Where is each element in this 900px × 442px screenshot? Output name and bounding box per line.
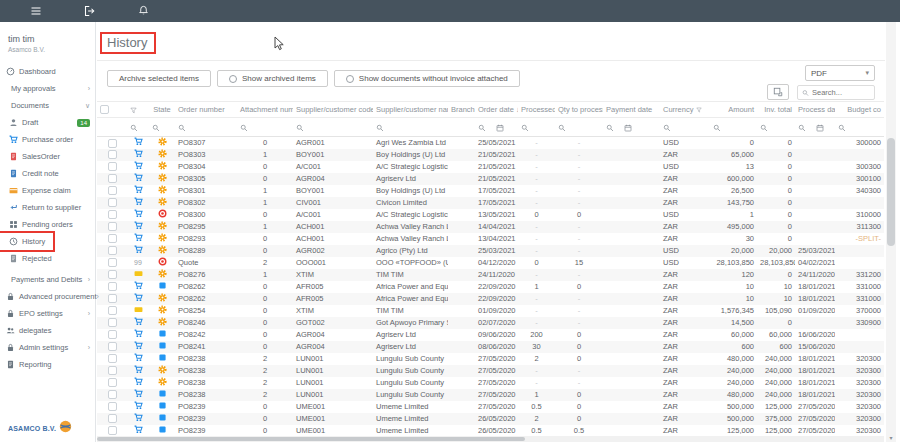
column-header-inv_total[interactable]: Inv. total (757, 102, 795, 118)
table-row[interactable]: PO82951ACH001Achwa Valley Ranch Ltd14/04… (97, 221, 884, 233)
column-search-icon[interactable] (663, 124, 671, 132)
calendar-icon[interactable] (496, 124, 504, 132)
row-checkbox[interactable] (108, 150, 117, 159)
row-checkbox[interactable] (108, 210, 117, 219)
sidebar-item-pending-orders[interactable]: Pending orders (0, 216, 95, 233)
row-checkbox[interactable] (108, 390, 117, 399)
table-row[interactable]: PO83000A/C001A/C Strategic Logistics Ltd… (97, 209, 884, 221)
horizontal-scrollbar[interactable] (97, 436, 884, 442)
sidebar-item-epo-settings[interactable]: EPO settings› (0, 305, 95, 322)
sidebar-item-admin-settings[interactable]: Admin settings› (0, 339, 95, 356)
table-row[interactable]: PO82410AGR004Agriserv Ltd08/06/2020300ZA… (97, 341, 884, 353)
column-header-order_date[interactable]: Order date ↓ (475, 102, 518, 118)
select-all-checkbox[interactable] (100, 105, 109, 114)
table-row[interactable]: PO83011BOY001Boy Holdings (U) Ltd17/05/2… (97, 185, 884, 197)
table-row[interactable]: PO83070AGR001Agri Wes Zambia Ltd (USD)25… (97, 137, 884, 149)
column-header-process_date[interactable]: Process date (795, 102, 835, 118)
table-row[interactable]: PO83031BOY001Boy Holdings (U) Ltd21/05/2… (97, 149, 884, 161)
column-header-payment_date[interactable]: Payment date (603, 102, 660, 118)
calendar-icon[interactable] (624, 124, 632, 132)
vertical-scrollbar-thumb[interactable] (887, 138, 895, 246)
row-checkbox[interactable] (108, 414, 117, 423)
filter-funnel-icon[interactable] (696, 107, 702, 113)
sidebar-item-rejected[interactable]: Rejected (0, 250, 95, 267)
row-checkbox[interactable] (108, 162, 117, 171)
logout-icon[interactable] (84, 5, 96, 17)
table-row[interactable]: PO82620AFR005Africa Power and Equipment.… (97, 293, 884, 305)
row-checkbox[interactable] (108, 186, 117, 195)
table-row[interactable]: PO83040A/C001A/C Strategic Logistics Ltd… (97, 161, 884, 173)
sidebar-item-return-to-supplier[interactable]: Return to supplier (0, 199, 95, 216)
column-search-icon[interactable] (713, 124, 721, 132)
archive-selected-button[interactable]: Archive selected items (107, 70, 211, 87)
sidebar-item-history[interactable]: History (0, 233, 53, 250)
column-header-amount[interactable]: Amount (710, 102, 757, 118)
row-checkbox[interactable] (108, 234, 117, 243)
table-row[interactable]: PO82390UME001Umeme Limited26/05/20200.50… (97, 425, 884, 437)
row-checkbox[interactable] (108, 198, 117, 207)
row-checkbox[interactable] (108, 258, 117, 267)
export-format-select[interactable]: PDF ▾ (805, 65, 875, 81)
column-search-icon[interactable] (798, 124, 806, 132)
row-checkbox[interactable] (108, 282, 117, 291)
column-header-supplier_name[interactable]: Supplier/customer name (373, 102, 448, 118)
column-search-icon[interactable] (760, 124, 768, 132)
column-header-attachment_numbers[interactable]: Attachment numbers (237, 102, 293, 118)
column-search-icon[interactable] (178, 124, 186, 132)
table-row[interactable]: PO83050AGR004Agriserv Ltd21/05/2021--ZAR… (97, 173, 884, 185)
row-checkbox[interactable] (108, 342, 117, 351)
column-search-icon[interactable] (606, 124, 614, 132)
column-search-icon[interactable] (240, 124, 248, 132)
column-header-order_number[interactable]: Order number (175, 102, 237, 118)
scroll-down-arrow[interactable]: ▾ (887, 434, 895, 441)
column-search-icon[interactable] (838, 124, 846, 132)
sidebar-item-credit-note[interactable]: Credit note (0, 165, 95, 182)
sidebar-item-draft[interactable]: Draft14 (0, 114, 95, 131)
table-row[interactable]: PO82890AGR002Agrico (Pty) Ltd25/03/2021-… (97, 245, 884, 257)
column-header-currency[interactable]: Currency (660, 102, 710, 118)
search-input[interactable] (812, 88, 870, 97)
table-row[interactable]: PO82620AFR005Africa Power and Equipment.… (97, 281, 884, 293)
table-row[interactable]: PO82390UME001Umeme Limited26/05/202020ZA… (97, 413, 884, 425)
column-search-icon[interactable] (296, 124, 304, 132)
row-checkbox[interactable] (108, 222, 117, 231)
bell-icon[interactable] (138, 5, 150, 17)
row-checkbox[interactable] (108, 139, 117, 148)
sidebar-item-purchase-order[interactable]: Purchase order (0, 131, 95, 148)
vertical-scrollbar[interactable]: ▾ (886, 22, 896, 442)
column-header-state[interactable]: State (149, 102, 175, 118)
table-row[interactable]: PO82382LUN001Lungulu Sub County27/05/202… (97, 377, 884, 389)
table-row[interactable]: PO82930ACH001Achwa Valley Ranch Ltd13/04… (97, 233, 884, 245)
table-row[interactable]: PO82382LUN001Lungulu Sub County27/05/202… (97, 365, 884, 377)
column-header-budget[interactable]: Budget co (835, 102, 884, 118)
column-search-icon[interactable] (478, 124, 486, 132)
show-archived-toggle[interactable]: Show archived items (217, 70, 328, 87)
sidebar-item-dashboard[interactable]: Dashboard (0, 63, 95, 80)
sidebar-item-advanced-procurement[interactable]: Advanced procurement› (0, 288, 95, 305)
sidebar-item-reporting[interactable]: Reporting (0, 356, 95, 373)
table-row[interactable]: PO82390UME001Umeme Limited27/05/20200.50… (97, 401, 884, 413)
table-row[interactable]: PO82761XTIMTIM TIM24/11/2020--ZAR120024/… (97, 269, 884, 281)
row-checkbox[interactable] (108, 354, 117, 363)
table-row[interactable]: PO82420AGR004Agriserv Ltd09/06/20202000Z… (97, 329, 884, 341)
column-search-icon[interactable] (558, 124, 566, 132)
table-row[interactable]: 99Quote2OOO001OOO «TOPFOOD» (USD)04/12/2… (97, 257, 884, 269)
column-search-icon[interactable] (130, 124, 138, 132)
column-search-icon[interactable] (376, 124, 384, 132)
table-row[interactable]: PO82460GOT002Got Apwoyo Primary School02… (97, 317, 884, 329)
sidebar-item-documents[interactable]: Documents∨ (0, 97, 95, 114)
show-without-invoice-toggle[interactable]: Show documents without invoice attached (334, 70, 520, 87)
row-checkbox[interactable] (108, 174, 117, 183)
column-header-type[interactable] (127, 102, 149, 118)
row-checkbox[interactable] (108, 330, 117, 339)
sidebar-item-salesorder[interactable]: SalesOrder (0, 148, 95, 165)
column-search-icon[interactable] (152, 124, 160, 132)
horizontal-scrollbar-thumb[interactable] (97, 437, 525, 441)
row-checkbox[interactable] (108, 402, 117, 411)
sidebar-item-expense-claim[interactable]: Expense claim (0, 182, 95, 199)
column-header-supplier_code[interactable]: Supplier/customer code (293, 102, 373, 118)
table-row[interactable]: PO83021CIV001Civicon Limited17/05/2021--… (97, 197, 884, 209)
calendar-icon[interactable] (816, 124, 824, 132)
menu-icon[interactable] (30, 5, 42, 17)
row-checkbox[interactable] (108, 426, 117, 435)
